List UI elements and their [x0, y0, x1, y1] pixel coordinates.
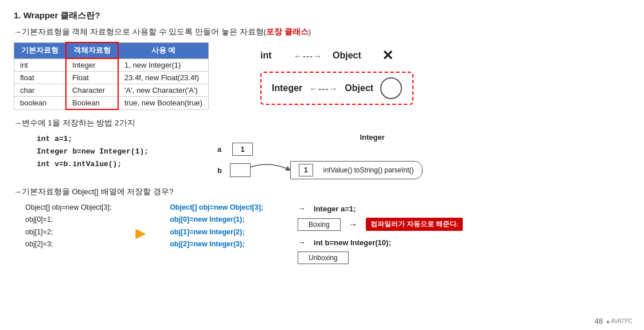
- int-object-row: int ←---→ Object ✕: [260, 48, 413, 64]
- int-a-label: Integer a=1;: [314, 205, 356, 213]
- basic-type-boolean: boolean: [14, 97, 67, 110]
- code-left-3: obj[2]=3;: [25, 238, 111, 250]
- section3-subtitle: →기본자료형을 Object[] 배열에 저장할 경우?: [14, 187, 630, 197]
- code-right-0: Object[] obj=new Object[3];: [170, 202, 263, 214]
- integer-object-box: Integer ←---→ Object: [260, 72, 413, 105]
- usage-int: 1, new Integer(1): [118, 58, 208, 72]
- usage-float: 23.4f, new Float(23.4f): [118, 72, 208, 84]
- intro-line: →기본자료형을 객체 자료형으로 사용할 수 있도록 만들어 놓은 자료형(포장…: [14, 27, 630, 37]
- boxing-label-row: Boxing → 컴파일러가 자동으로 해준다.: [298, 218, 481, 231]
- methods-label: intValue() toString() parseInt(): [323, 166, 414, 174]
- code-line-1: int a=1;: [37, 133, 149, 146]
- unboxing-label: Unboxing: [309, 254, 338, 262]
- boxing-box: Boxing: [298, 218, 341, 231]
- section2-diagram: Integer a 1 b: [217, 133, 435, 180]
- a-box: 1: [232, 143, 253, 156]
- obj-type-boolean: Boolean: [66, 97, 118, 110]
- page-num-text: 48: [595, 317, 603, 325]
- main-row: 기본자료형 객체자료형 사용 예 int Integer 1, new Inte…: [14, 42, 630, 110]
- intro-text: →기본자료형을 객체 자료형으로 사용할 수 있도록 만들어 놓은 자료형(: [14, 28, 266, 36]
- wrapper-table: 기본자료형 객체자료형 사용 예 int Integer 1, new Inte…: [14, 42, 209, 110]
- right-arrow-dashed2: ←---→: [309, 84, 338, 93]
- code-left-0: Object[] obj=new Object[3];: [25, 202, 111, 214]
- int-b-label: int b=new Integer(10);: [314, 238, 391, 247]
- table-row: float Float 23.4f, new Float(23.4f): [14, 72, 209, 84]
- usage-boolean: true, new Boolean(true): [118, 97, 208, 110]
- arrow-unboxing-icon: →: [298, 238, 306, 247]
- unboxing-label-row: Unboxing: [298, 252, 481, 264]
- a-label: a: [217, 145, 228, 154]
- a-var-row: a 1: [217, 143, 435, 156]
- circle-icon: [380, 77, 402, 99]
- left-arrow-dashed: ←---→: [294, 51, 322, 61]
- boxing-label: Boxing: [309, 221, 330, 229]
- tpc-logo: ▲AVATPC: [605, 318, 633, 324]
- code-right-2: obj[1]=new Integer(2);: [170, 226, 263, 238]
- section2-code: int a=1; Integer b=new Integer(1); int v…: [37, 133, 149, 171]
- compiler-label: 컴파일러가 자동으로 해준다.: [366, 218, 463, 231]
- table-header-basic: 기본자료형: [14, 42, 67, 58]
- basic-type-float: float: [14, 72, 67, 84]
- arrow-boxing-icon: →: [298, 204, 306, 213]
- code-right-1: obj[0]=new Integer(1);: [170, 214, 263, 226]
- unboxing-box: Unboxing: [298, 252, 349, 264]
- usage-char: 'A', new Character('A'): [118, 84, 208, 97]
- integer-label-right: Integer: [272, 83, 302, 93]
- section-title: 1. Wrapper 클래스란?: [14, 10, 630, 21]
- table-row: boolean Boolean true, new Boolean(true): [14, 97, 209, 110]
- boxing-unboxing-diagram: → Integer a=1; Boxing → 컴파일러가 자동으로 해준다. …: [298, 204, 481, 264]
- table-row: char Character 'A', new Character('A'): [14, 84, 209, 97]
- b-var-row: b 1 intValue() toStrin: [217, 160, 435, 180]
- obj-type-float: Float: [66, 72, 118, 84]
- integer-diagram-title: Integer: [309, 133, 435, 142]
- unboxing-int-row: → int b=new Integer(10);: [298, 238, 481, 247]
- code-right-3: obj[2]=new Integer(3);: [170, 238, 263, 250]
- int-val-display: 1: [299, 164, 313, 176]
- right-panel: int ←---→ Object ✕ Integer ←---→ Object: [260, 48, 413, 105]
- yellow-arrow-icon: ►: [132, 223, 149, 243]
- obj-type-character: Character: [66, 84, 118, 97]
- boxing-int-row: → Integer a=1;: [298, 204, 481, 213]
- code-line-3: int v=b.intValue();: [37, 158, 149, 171]
- object2-label: Object: [345, 83, 373, 93]
- section2-subtitle: →변수에 1을 저장하는 방법 2가지: [14, 118, 630, 128]
- int-label: int: [260, 50, 283, 61]
- code-line-2: Integer b=new Integer(1);: [37, 146, 149, 158]
- page-wrapper: 1. Wrapper 클래스란? →기본자료형을 객체 자료형으로 사용할 수 …: [14, 10, 630, 264]
- b-label: b: [217, 166, 228, 175]
- section3-code-right: Object[] obj=new Object[3]; obj[0]=new I…: [170, 202, 263, 250]
- right-arrow-boxing: →: [349, 219, 358, 230]
- pojang-text: 포장 클래스: [266, 28, 309, 36]
- section3-code-left: Object[] obj=new Object[3]; obj[0]=1; ob…: [25, 202, 111, 250]
- intro-end: ): [309, 28, 311, 36]
- table-header-object: 객체자료형: [66, 42, 118, 58]
- table-row: int Integer 1, new Integer(1): [14, 58, 209, 72]
- b-box: [230, 163, 251, 177]
- section3-content: Object[] obj=new Object[3]; obj[0]=1; ob…: [14, 202, 630, 264]
- section2-content: int a=1; Integer b=new Integer(1); int v…: [14, 133, 630, 180]
- code-left-2: obj[1]=2;: [25, 226, 111, 238]
- cross-icon: ✕: [382, 48, 393, 64]
- code-left-1: obj[0]=1;: [25, 214, 111, 226]
- basic-type-int: int: [14, 58, 67, 72]
- object-label: Object: [333, 50, 367, 61]
- basic-type-char: char: [14, 84, 67, 97]
- integer-container: 1 intValue() toString() parseInt(): [290, 161, 423, 179]
- section2: →변수에 1을 저장하는 방법 2가지 int a=1; Integer b=n…: [14, 118, 630, 180]
- obj-type-integer: Integer: [66, 58, 118, 72]
- table-header-usage: 사용 예: [118, 42, 208, 58]
- b-connector-svg: [250, 160, 290, 180]
- page-number: 48 ▲AVATPC: [595, 317, 633, 325]
- section3: →기본자료형을 Object[] 배열에 저장할 경우? Object[] ob…: [14, 187, 630, 264]
